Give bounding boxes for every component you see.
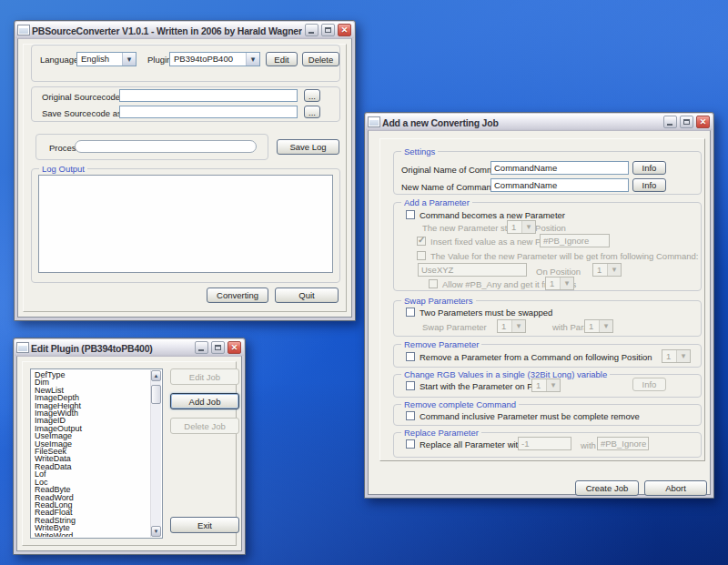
minimize-icon[interactable] (195, 341, 208, 354)
with-param-select: 1 (584, 319, 613, 333)
quit-button[interactable]: Quit (275, 288, 339, 303)
remove-parameter-checkbox[interactable] (406, 352, 415, 361)
close-icon[interactable] (338, 24, 351, 36)
edit-job-button: Edit Job (170, 368, 239, 385)
command-becomes-checkbox[interactable] (406, 210, 415, 219)
plugin-label: Plugin (147, 55, 171, 65)
swapped-label[interactable]: Two Parameters must be swapped (420, 308, 552, 318)
original-info-button[interactable]: Info (632, 161, 666, 175)
original-sourcecode-label: Original Sourcecode (42, 92, 120, 102)
remove-position-select: 1 (662, 349, 691, 363)
save-sourcecode-label: Save Sourcecode as (42, 108, 122, 118)
chevron-down-icon[interactable] (122, 53, 136, 66)
exit-button[interactable]: Exit (170, 517, 239, 533)
allow-any-checkbox (429, 279, 438, 288)
rgb-start-checkbox[interactable] (406, 381, 415, 390)
on-position-value: 1 (593, 264, 607, 276)
swap-param-value: 1 (498, 320, 511, 332)
new-name-input[interactable]: CommandName (490, 178, 629, 192)
log-output-area[interactable] (38, 175, 333, 273)
abort-button[interactable]: Abort (644, 480, 707, 496)
swapped-checkbox[interactable] (406, 308, 415, 317)
replace-contains-input: -1 (518, 437, 571, 450)
main-client-area: Language English Plugin PB394toPB400 Edi… (17, 38, 352, 318)
edit-plugin-titlebar: Edit Plugin (PB394toPB400) (15, 339, 244, 356)
stays-position-value: 1 (508, 221, 521, 233)
converting-button[interactable]: Converting (207, 288, 268, 303)
close-icon[interactable] (696, 116, 710, 128)
delete-button[interactable]: Delete (302, 52, 339, 66)
window-icon (17, 343, 28, 352)
listbox-scrollbar[interactable] (150, 370, 161, 537)
plugin-value: PB394toPB400 (170, 53, 246, 66)
add-job-client-area: Settings Original Name of Command Comman… (368, 130, 711, 495)
save-sourcecode-input[interactable] (119, 106, 298, 118)
on-position-label: On Position (536, 267, 581, 277)
language-select[interactable]: English (76, 52, 136, 66)
maximize-icon[interactable] (211, 341, 225, 354)
replace-parameter-label: Replace Parameter (401, 428, 481, 438)
language-value: English (77, 53, 122, 66)
chevron-down-icon (607, 264, 621, 276)
add-job-dialog: Add a new Converting Job Settings Origin… (364, 112, 714, 499)
scrollbar-thumb[interactable] (151, 385, 161, 404)
list-item[interactable]: Lof (35, 470, 148, 478)
with-param-value: 1 (585, 320, 599, 332)
scroll-down-icon[interactable] (151, 526, 161, 537)
value-from-command-label: The Value for the new Parameter will be … (430, 251, 698, 261)
original-name-input[interactable]: CommandName (490, 161, 629, 175)
maximize-icon[interactable] (680, 116, 693, 128)
browse-original-button[interactable]: ... (304, 89, 320, 102)
swap-param-label: Swap Parameter (422, 322, 487, 332)
maximize-icon[interactable] (321, 24, 335, 36)
minimize-icon[interactable] (305, 24, 318, 36)
remove-parameter-label: Remove Parameter (401, 339, 481, 349)
insert-fixed-checkbox (417, 237, 426, 246)
chevron-down-icon (560, 277, 573, 289)
minimize-icon[interactable] (663, 116, 677, 128)
edit-plugin-title: Edit Plugin (PB394toPB400) (31, 342, 192, 354)
allow-any-value: 1 (546, 277, 560, 289)
main-titlebar: PBSourceConverter V1.0.1 - Written in 20… (15, 22, 354, 38)
log-output-label: Log Output (39, 164, 87, 174)
edit-plugin-window: Edit Plugin (PB394toPB400) DefTypeDimNew… (13, 338, 246, 555)
swap-param-select: 1 (497, 319, 526, 333)
new-info-button[interactable]: Info (632, 178, 666, 192)
close-icon[interactable] (228, 341, 241, 354)
main-window-title: PBSourceConverter V1.0.1 - Written in 20… (32, 25, 302, 36)
chevron-down-icon[interactable] (246, 53, 259, 66)
add-job-button[interactable]: Add Job (170, 393, 239, 409)
command-becomes-label[interactable]: Command becomes a new Parameter (420, 210, 565, 220)
list-item[interactable]: WriteWord (35, 532, 148, 537)
command-value-input: UseXYZ (418, 263, 527, 277)
list-item[interactable]: DefType (35, 371, 148, 378)
command-listbox[interactable]: DefTypeDimNewListImageDepthImageHeightIm… (30, 368, 163, 539)
list-item[interactable]: ReadData (35, 463, 148, 470)
main-window: PBSourceConverter V1.0.1 - Written in 20… (14, 20, 356, 321)
remove-complete-checkbox-label[interactable]: Command inclusive Parameter must be comp… (420, 411, 640, 421)
remove-complete-checkbox[interactable] (406, 411, 415, 420)
chevron-down-icon (521, 221, 535, 233)
progress-bar (75, 140, 257, 153)
add-parameter-label: Add a Parameter (401, 197, 472, 207)
edit-button[interactable]: Edit (266, 52, 298, 66)
original-sourcecode-input[interactable] (119, 89, 298, 102)
edit-plugin-client-area: DefTypeDimNewListImageDepthImageHeightIm… (16, 356, 242, 551)
stays-position-select: 1 (507, 220, 536, 234)
chevron-down-icon (599, 320, 612, 332)
remove-complete-label: Remove complete Command (401, 399, 519, 409)
command-list: DefTypeDimNewListImageDepthImageHeightIm… (35, 371, 148, 537)
plugin-select[interactable]: PB394toPB400 (169, 52, 260, 66)
change-rgb-label: Change RGB Values in a single (32Bit Lon… (401, 369, 610, 379)
create-job-button[interactable]: Create Job (575, 480, 639, 496)
remove-parameter-checkbox-label[interactable]: Remove a Parameter from a Command on fol… (420, 352, 652, 362)
save-log-button[interactable]: Save Log (277, 139, 339, 155)
replace-checkbox[interactable] (406, 439, 415, 449)
scroll-up-icon[interactable] (151, 370, 161, 381)
rgb-info-button: Info (632, 378, 666, 391)
language-label: Language (40, 55, 78, 65)
browse-save-button[interactable]: ... (304, 106, 320, 118)
remove-position-value: 1 (662, 350, 676, 362)
chevron-down-icon (511, 320, 525, 332)
delete-job-button: Delete Job (170, 418, 239, 434)
